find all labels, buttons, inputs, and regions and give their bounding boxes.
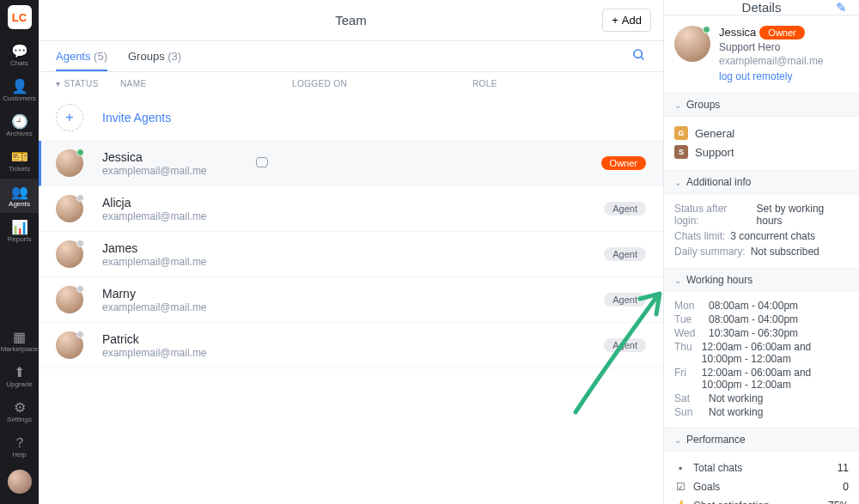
invite-label: Invite Agents (102, 111, 171, 124)
status-dot-offline (76, 240, 84, 247)
section-groups-header[interactable]: ⌄Groups (664, 93, 859, 117)
chevron-down-icon: ⌄ (674, 100, 681, 110)
profile-name: Jessica (719, 26, 756, 39)
agent-list: + Invite Agents Jessicaexamplemail@mail.… (39, 95, 663, 504)
svg-point-0 (634, 50, 642, 58)
wh-row: Mon08:00am - 04:00pm (674, 299, 849, 313)
agent-row[interactable]: Marnyexamplemail@mail.me Agent (39, 277, 663, 323)
invite-row[interactable]: + Invite Agents (39, 95, 663, 141)
profile-email: examplemail@mail.me (719, 55, 824, 67)
owner-badge: Owner (759, 26, 804, 39)
agent-name: James (102, 241, 255, 255)
chevron-down-icon: ⌄ (674, 178, 681, 187)
section-additional-header[interactable]: ⌄Additional info (664, 170, 859, 194)
agent-row[interactable]: Jamesexamplemail@mail.me Agent (39, 232, 663, 277)
agent-name: Patrick (102, 332, 255, 346)
grid-icon: ▦ (13, 329, 26, 344)
col-logged[interactable]: LOGGED ON (292, 79, 472, 88)
tab-agents[interactable]: Agents (5) (56, 43, 107, 71)
chevron-down-icon: ▾ (56, 79, 60, 88)
user-icon: 👤 (11, 78, 28, 94)
role-badge: Agent (604, 293, 646, 307)
perf-row: ☑Goals0 (674, 477, 849, 496)
agent-email: examplemail@mail.me (102, 347, 255, 359)
role-badge: Agent (604, 338, 646, 352)
nav-settings[interactable]: ⚙Settings (0, 394, 39, 428)
wh-row: Tue08:00am - 04:00pm (674, 313, 849, 326)
plus-circle-icon: + (56, 104, 83, 131)
group-item[interactable]: GGeneral (674, 124, 849, 143)
upgrade-icon: ⬆ (14, 364, 25, 380)
status-dot-online (703, 26, 710, 33)
group-item[interactable]: SSupport (674, 143, 849, 161)
section-workinghours-header[interactable]: ⌄Working hours (664, 268, 859, 292)
app-logo[interactable]: LC (8, 5, 32, 29)
group-icon: G (674, 126, 688, 140)
wh-row: Fri12:00am - 06:00am and 10:00pm - 12:00… (674, 366, 849, 392)
tab-groups[interactable]: Groups (3) (128, 43, 181, 70)
role-badge: Owner (601, 156, 646, 170)
main-panel: Team +Add Agents (5) Groups (3) ▾STATUS … (39, 0, 664, 504)
nav-upgrade[interactable]: ⬆Upgrade (0, 359, 39, 393)
agent-name: Marny (102, 287, 255, 301)
report-icon: 📊 (11, 219, 28, 234)
agent-name: Alicja (102, 196, 255, 209)
wh-row: SunNot working (674, 405, 849, 419)
nav-chats[interactable]: 💬Chats (0, 38, 39, 72)
chevron-down-icon: ⌄ (674, 435, 681, 445)
profile-role: Support Hero (719, 41, 824, 53)
nav-tickets[interactable]: 🎫Tickets (0, 143, 39, 178)
gear-icon: ⚙ (14, 399, 26, 415)
main-header: Team +Add (39, 0, 663, 41)
nav-agents[interactable]: 👥Agents (0, 179, 39, 213)
status-dot-online (76, 149, 84, 156)
avatar-icon (8, 470, 32, 494)
ticket-icon: 🎫 (11, 149, 28, 164)
nav-reports[interactable]: 📊Reports (0, 214, 39, 248)
col-name[interactable]: NAME (120, 79, 292, 88)
section-performance-header[interactable]: ⌄Performance (664, 428, 859, 452)
agent-email: examplemail@mail.me (102, 210, 255, 222)
desktop-icon: 🖵 (255, 155, 269, 170)
logged-on: 🖵 (255, 155, 436, 171)
details-header: Details ✎ (664, 0, 859, 15)
add-button[interactable]: +Add (602, 9, 651, 32)
edit-icon[interactable]: ✎ (836, 0, 847, 15)
wh-row: SatNot working (674, 392, 849, 405)
profile-block: JessicaOwner Support Hero examplemail@ma… (664, 15, 859, 93)
agents-icon: 👥 (11, 184, 28, 199)
col-status[interactable]: ▾STATUS (56, 79, 120, 88)
plus-icon: + (612, 14, 618, 27)
wh-row: Thu12:00am - 06:00am and 10:00pm - 12:00… (674, 340, 849, 366)
left-nav: LC 💬Chats 👤Customers 🕘Archives 🎫Tickets … (0, 0, 39, 504)
role-badge: Agent (604, 247, 646, 261)
agent-row[interactable]: Jessicaexamplemail@mail.me 🖵 Owner (39, 141, 663, 186)
agent-name: Jessica (102, 150, 255, 164)
chat-icon: ▪ (674, 462, 686, 474)
chat-icon: 💬 (11, 43, 28, 58)
agent-row[interactable]: Alicjaexamplemail@mail.me Agent (39, 186, 663, 232)
clock-icon: 🕘 (11, 113, 28, 129)
help-icon: ？ (13, 434, 27, 450)
nav-avatar[interactable] (0, 465, 39, 499)
agent-email: examplemail@mail.me (102, 165, 255, 177)
nav-help[interactable]: ？Help (0, 429, 39, 464)
perf-row: ▪Total chats11 (674, 458, 849, 477)
nav-customers[interactable]: 👤Customers (0, 73, 39, 107)
nav-archives[interactable]: 🕘Archives (0, 108, 39, 143)
thumb-icon: 👍 (674, 500, 686, 504)
details-title: Details (742, 0, 782, 15)
chevron-down-icon: ⌄ (674, 276, 681, 285)
search-icon[interactable] (632, 48, 646, 65)
role-badge: Agent (604, 202, 646, 216)
status-dot-offline (76, 194, 84, 202)
col-role[interactable]: ROLE (472, 79, 576, 88)
goal-icon: ☑ (674, 481, 686, 493)
agent-email: examplemail@mail.me (102, 256, 255, 268)
logout-link[interactable]: log out remotely (719, 70, 824, 82)
nav-marketplace[interactable]: ▦Marketplace (0, 324, 39, 358)
column-headers: ▾STATUS NAME LOGGED ON ROLE (39, 72, 663, 95)
agent-email: examplemail@mail.me (102, 301, 255, 313)
agent-row[interactable]: Patrickexamplemail@mail.me Agent (39, 323, 663, 368)
wh-row: Wed10:30am - 06:30pm (674, 326, 849, 340)
